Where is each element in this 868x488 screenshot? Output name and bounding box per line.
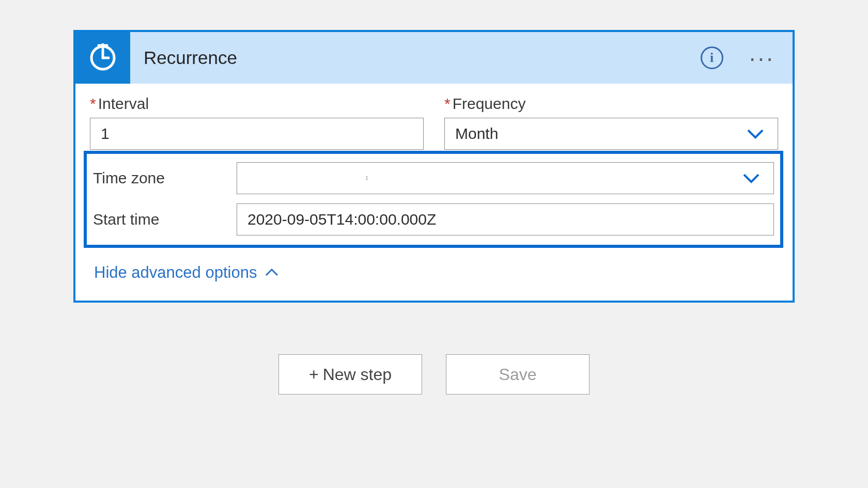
frequency-select[interactable] — [444, 118, 778, 150]
card-header[interactable]: Recurrence i ··· — [75, 32, 793, 84]
card-body: *Interval *Frequency — [75, 84, 793, 301]
save-button[interactable]: Save — [446, 354, 590, 395]
text-cursor-icon — [366, 167, 368, 190]
new-step-label: New step — [323, 365, 392, 384]
start-time-label: Start time — [91, 211, 237, 228]
new-step-button[interactable]: + New step — [278, 354, 422, 395]
card-title: Recurrence — [144, 48, 701, 68]
clock-icon — [88, 43, 117, 72]
hide-advanced-toggle[interactable]: Hide advanced options — [90, 263, 280, 286]
recurrence-card: Recurrence i ··· *Interval — [73, 30, 795, 303]
start-time-input[interactable] — [237, 203, 774, 235]
time-zone-input[interactable] — [237, 162, 774, 194]
hide-advanced-label: Hide advanced options — [94, 263, 257, 282]
frequency-value[interactable] — [444, 118, 778, 150]
info-button[interactable]: i — [701, 46, 723, 69]
chevron-down-icon — [746, 128, 765, 140]
plus-icon: + — [309, 365, 319, 384]
required-marker: * — [90, 95, 96, 112]
frequency-field: *Frequency — [444, 95, 778, 150]
frequency-label: *Frequency — [444, 95, 778, 113]
interval-input[interactable] — [90, 118, 424, 150]
frequency-label-text: Frequency — [453, 95, 526, 112]
start-time-row: Start time — [91, 203, 774, 235]
save-label: Save — [499, 365, 537, 384]
chevron-up-icon — [264, 267, 280, 278]
designer-canvas: Recurrence i ··· *Interval — [0, 0, 868, 488]
time-zone-label: Time zone — [91, 169, 237, 187]
interval-field: *Interval — [90, 95, 424, 150]
time-zone-row: Time zone — [91, 162, 774, 194]
bottom-action-bar: + New step Save — [278, 354, 590, 395]
advanced-options-highlight: Time zone — [84, 151, 783, 248]
interval-label: *Interval — [90, 95, 424, 113]
time-zone-select[interactable] — [237, 162, 774, 194]
info-icon: i — [701, 46, 723, 69]
interval-label-text: Interval — [98, 95, 149, 112]
chevron-down-icon — [742, 172, 761, 185]
required-marker: * — [444, 95, 451, 112]
recurrence-icon-box — [75, 32, 130, 84]
